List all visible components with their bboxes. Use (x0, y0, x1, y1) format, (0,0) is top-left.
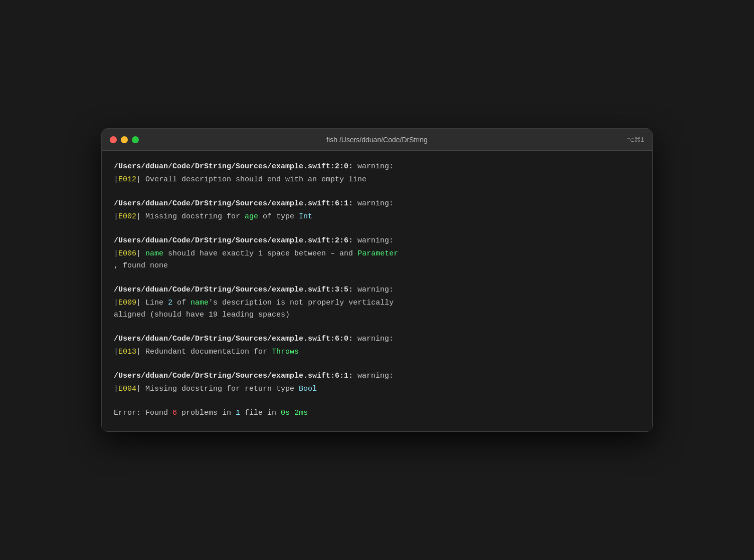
path-line-3: /Users/dduan/Code/DrString/Sources/examp… (114, 235, 640, 247)
file-path-1: /Users/dduan/Code/DrString/Sources/examp… (114, 162, 353, 171)
error-code-4: E009 (118, 299, 136, 307)
warning-block-6: /Users/dduan/Code/DrString/Sources/examp… (114, 370, 640, 395)
highlight-bool: Bool (299, 385, 317, 393)
highlight-parameter: Parameter (357, 249, 398, 258)
file-path-4: /Users/dduan/Code/DrString/Sources/examp… (114, 286, 353, 294)
maximize-button[interactable] (132, 136, 139, 143)
message-2: |E002| Missing docstring for age of type… (114, 211, 640, 223)
error-code-1: E012 (118, 175, 136, 184)
warning-label-4: warning: (353, 286, 394, 294)
message-4-cont: aligned (should have 19 leading spaces) (114, 309, 640, 321)
keyboard-shortcut: ⌥⌘1 (627, 136, 644, 143)
file-path-3: /Users/dduan/Code/DrString/Sources/examp… (114, 236, 353, 245)
highlight-line-num: 2 (168, 299, 172, 307)
highlight-age: age (245, 212, 258, 221)
time-seconds: 0s (281, 409, 290, 417)
warning-block-2: /Users/dduan/Code/DrString/Sources/examp… (114, 198, 640, 223)
time-ms: 2ms (294, 409, 308, 417)
highlight-name-1: name (145, 249, 163, 258)
highlight-throws: Throws (272, 348, 299, 356)
close-button[interactable] (110, 136, 117, 143)
highlight-int: Int (299, 212, 312, 221)
message-4: |E009| Line 2 of name's description is n… (114, 297, 640, 309)
message-5: |E013| Redundant documentation for Throw… (114, 346, 640, 358)
message-6: |E004| Missing docstring for return type… (114, 383, 640, 395)
traffic-lights (110, 136, 139, 143)
warning-block-3: /Users/dduan/Code/DrString/Sources/examp… (114, 235, 640, 272)
path-line-2: /Users/dduan/Code/DrString/Sources/examp… (114, 198, 640, 210)
error-code-2: E002 (118, 212, 136, 221)
file-path-2: /Users/dduan/Code/DrString/Sources/examp… (114, 199, 353, 208)
message-3: |E006| name should have exactly 1 space … (114, 248, 640, 260)
minimize-button[interactable] (121, 136, 128, 143)
problem-count: 6 (172, 409, 177, 417)
path-line-5: /Users/dduan/Code/DrString/Sources/examp… (114, 333, 640, 345)
terminal-window: fish /Users/dduan/Code/DrString ⌥⌘1 /Use… (101, 128, 653, 432)
terminal-body: /Users/dduan/Code/DrString/Sources/examp… (102, 151, 652, 431)
warning-label-1: warning: (353, 162, 394, 171)
message-3-cont: , found none (114, 260, 640, 272)
warning-block-4: /Users/dduan/Code/DrString/Sources/examp… (114, 284, 640, 321)
warning-block-5: /Users/dduan/Code/DrString/Sources/examp… (114, 333, 640, 358)
file-path-5: /Users/dduan/Code/DrString/Sources/examp… (114, 335, 353, 343)
window-title: fish /Users/dduan/Code/DrString (326, 136, 428, 144)
error-code-6: E004 (118, 385, 136, 393)
path-line-1: /Users/dduan/Code/DrString/Sources/examp… (114, 161, 640, 173)
file-count: 1 (236, 409, 240, 417)
message-1: |E012| Overall description should end wi… (114, 174, 640, 186)
warning-label-5: warning: (353, 335, 394, 343)
highlight-name-2: name (191, 299, 209, 307)
error-code-5: E013 (118, 348, 136, 356)
warning-label-6: warning: (353, 372, 394, 380)
error-summary: Error: Found 6 problems in 1 file in 0s … (114, 407, 640, 419)
warning-block-1: /Users/dduan/Code/DrString/Sources/examp… (114, 161, 640, 186)
titlebar: fish /Users/dduan/Code/DrString ⌥⌘1 (102, 129, 652, 151)
error-code-3: E006 (118, 249, 136, 258)
warning-label-3: warning: (353, 236, 394, 245)
path-line-4: /Users/dduan/Code/DrString/Sources/examp… (114, 284, 640, 296)
error-label: Error: (114, 409, 141, 417)
path-line-6: /Users/dduan/Code/DrString/Sources/examp… (114, 370, 640, 382)
warning-label-2: warning: (353, 199, 394, 208)
file-path-6: /Users/dduan/Code/DrString/Sources/examp… (114, 372, 353, 380)
